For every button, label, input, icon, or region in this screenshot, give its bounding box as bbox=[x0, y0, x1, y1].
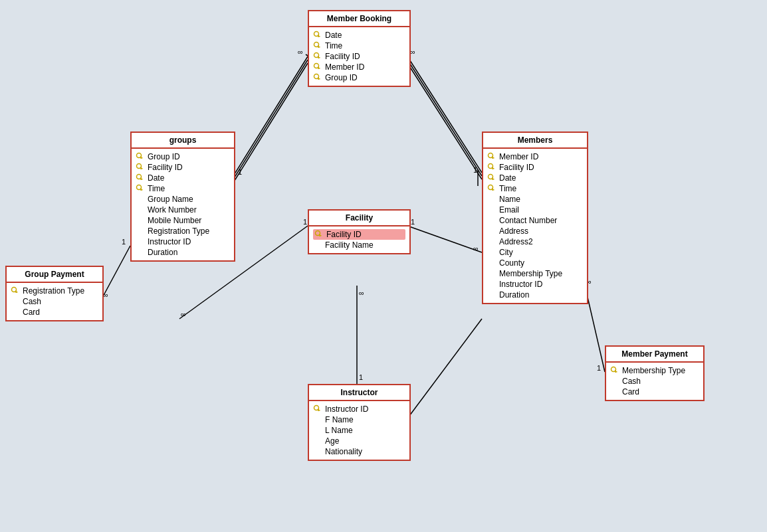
svg-point-68 bbox=[489, 175, 493, 179]
field-g-worknumber: Work Number bbox=[136, 205, 230, 215]
field-mb-memberid-label: Member ID bbox=[325, 62, 364, 72]
field-g-mobilenumber: Mobile Number bbox=[136, 215, 230, 226]
facility-body: Facility ID Facility Name bbox=[309, 226, 409, 253]
group-payment-body: Registration Type Cash Card bbox=[7, 283, 102, 320]
svg-text:1: 1 bbox=[238, 168, 242, 176]
field-g-facilityid-label: Facility ID bbox=[148, 163, 183, 172]
field-m-instructorid: Instructor ID bbox=[487, 279, 583, 290]
field-gp-cash: Cash bbox=[11, 296, 98, 307]
svg-text:∞: ∞ bbox=[473, 244, 479, 252]
svg-line-19 bbox=[102, 246, 130, 299]
field-m-name-label: Name bbox=[499, 195, 520, 204]
field-g-mobilenumber-label: Mobile Number bbox=[148, 216, 201, 225]
field-m-time-label: Time bbox=[499, 184, 516, 193]
svg-rect-37 bbox=[318, 46, 320, 48]
instructor-header: Instructor bbox=[309, 385, 409, 401]
field-m-membershiptype-label: Membership Type bbox=[499, 269, 562, 278]
field-mb-groupid-label: Group ID bbox=[325, 73, 358, 82]
field-f-facilityname-label: Facility Name bbox=[325, 240, 374, 250]
field-g-instructorid-label: Instructor ID bbox=[148, 237, 191, 246]
field-g-duration: Duration bbox=[136, 247, 230, 258]
field-m-facilityid: Facility ID bbox=[487, 162, 583, 173]
svg-point-59 bbox=[316, 231, 320, 236]
field-m-memberid: Member ID bbox=[487, 151, 583, 162]
svg-text:1: 1 bbox=[359, 373, 363, 381]
field-m-address-label: Address bbox=[499, 226, 528, 236]
field-g-groupname-label: Group Name bbox=[148, 195, 193, 204]
key-icon bbox=[313, 52, 322, 61]
key-icon bbox=[136, 152, 145, 161]
svg-rect-34 bbox=[318, 36, 320, 37]
field-mp-membershiptype: Membership Type bbox=[610, 365, 699, 376]
field-m-instructorid-label: Instructor ID bbox=[499, 280, 542, 289]
field-mp-membershiptype-label: Membership Type bbox=[622, 366, 685, 375]
svg-line-2 bbox=[233, 56, 308, 176]
field-m-county-label: County bbox=[499, 258, 524, 268]
svg-rect-49 bbox=[141, 157, 143, 159]
svg-line-7 bbox=[407, 63, 482, 179]
field-g-date-label: Date bbox=[148, 173, 164, 183]
field-gp-regtype: Registration Type bbox=[11, 286, 98, 296]
svg-rect-82 bbox=[615, 371, 617, 373]
svg-point-62 bbox=[489, 153, 493, 158]
field-g-groupid: Group ID bbox=[136, 151, 230, 162]
svg-rect-43 bbox=[318, 68, 320, 69]
svg-text:1: 1 bbox=[303, 218, 307, 226]
svg-point-74 bbox=[314, 406, 319, 410]
field-f-facilityid-label: Facility ID bbox=[326, 230, 362, 239]
svg-point-50 bbox=[137, 164, 142, 169]
key-icon bbox=[313, 41, 322, 50]
field-i-instructorid-label: Instructor ID bbox=[325, 404, 368, 414]
svg-rect-52 bbox=[141, 168, 143, 169]
key-icon bbox=[136, 173, 145, 183]
field-g-facilityid: Facility ID bbox=[136, 162, 230, 173]
field-i-nationality: Nationality bbox=[313, 446, 405, 457]
svg-rect-58 bbox=[141, 189, 143, 191]
field-mp-cash: Cash bbox=[610, 376, 699, 387]
instructor-body: Instructor ID F Name L Name Age National… bbox=[309, 401, 409, 460]
svg-point-56 bbox=[137, 185, 142, 190]
field-m-time: Time bbox=[487, 183, 583, 194]
member-payment-table: Member Payment Membership Type Cash Card bbox=[605, 345, 705, 401]
field-gp-regtype-label: Registration Type bbox=[23, 286, 84, 296]
field-g-duration-label: Duration bbox=[148, 248, 177, 257]
groups-header: groups bbox=[132, 133, 234, 149]
field-g-date: Date bbox=[136, 173, 230, 183]
field-m-city-label: City bbox=[499, 248, 513, 257]
members-header: Members bbox=[483, 133, 587, 149]
group-payment-table: Group Payment Registration Type Cash Car… bbox=[5, 266, 104, 321]
field-g-groupid-label: Group ID bbox=[148, 152, 180, 161]
field-m-duration: Duration bbox=[487, 290, 583, 300]
field-g-time-label: Time bbox=[148, 184, 165, 193]
field-mp-card-label: Card bbox=[622, 387, 639, 397]
members-body: Member ID Facility ID Date Time bbox=[483, 149, 587, 303]
field-i-age: Age bbox=[313, 436, 405, 446]
members-table: Members Member ID Facility ID Date bbox=[482, 132, 588, 304]
key-icon bbox=[313, 31, 322, 40]
field-mb-date-label: Date bbox=[325, 31, 342, 40]
field-m-email: Email bbox=[487, 205, 583, 215]
svg-line-25 bbox=[407, 319, 482, 418]
field-mb-time: Time bbox=[313, 41, 405, 51]
svg-text:∞: ∞ bbox=[103, 291, 108, 299]
field-mb-memberid: Member ID bbox=[313, 62, 405, 72]
svg-text:∞: ∞ bbox=[298, 48, 303, 56]
field-m-name: Name bbox=[487, 194, 583, 205]
svg-point-35 bbox=[314, 43, 319, 47]
field-mb-time-label: Time bbox=[325, 41, 342, 50]
field-m-address2: Address2 bbox=[487, 236, 583, 247]
field-i-age-label: Age bbox=[325, 436, 339, 446]
key-icon bbox=[487, 184, 496, 193]
svg-point-77 bbox=[12, 288, 17, 292]
svg-text:1: 1 bbox=[411, 218, 415, 226]
svg-rect-61 bbox=[320, 235, 322, 236]
field-m-city: City bbox=[487, 247, 583, 258]
field-i-fname: F Name bbox=[313, 414, 405, 425]
field-mp-card: Card bbox=[610, 387, 699, 397]
svg-point-41 bbox=[314, 64, 319, 68]
svg-line-0 bbox=[233, 60, 308, 179]
field-f-facilityid: Facility ID bbox=[313, 229, 405, 240]
field-gp-card: Card bbox=[11, 307, 98, 317]
svg-rect-67 bbox=[493, 168, 494, 169]
svg-point-38 bbox=[314, 53, 319, 58]
